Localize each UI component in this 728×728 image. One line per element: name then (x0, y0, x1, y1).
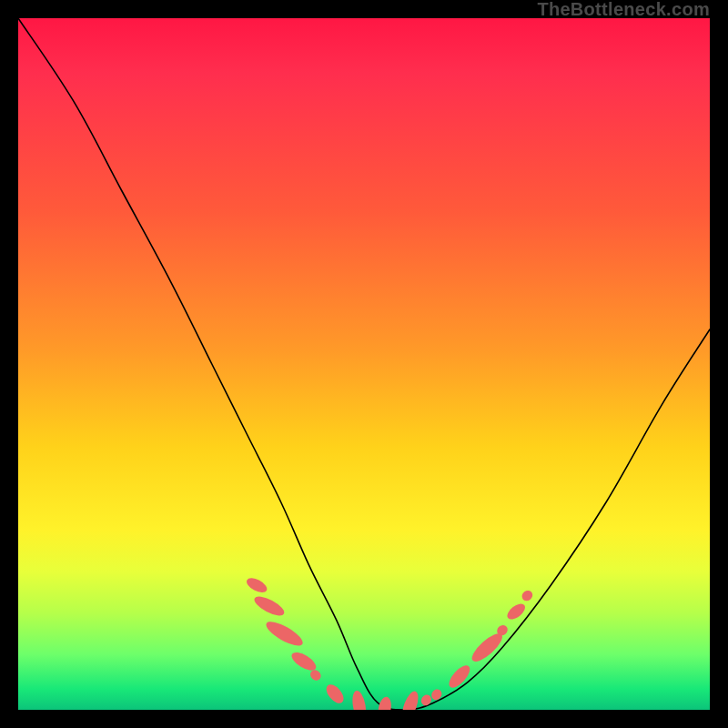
curve-marker (520, 589, 534, 603)
curve-marker (350, 690, 368, 710)
curve-marker (446, 662, 473, 692)
outer-frame: TheBottleneck.com (0, 0, 728, 728)
curve-marker (495, 623, 510, 638)
curve-marker (288, 649, 318, 674)
curve-marker (399, 689, 421, 710)
chart-svg (18, 18, 710, 710)
curve-marker (377, 696, 393, 710)
curve-marker (504, 601, 527, 622)
curve-marker (323, 682, 347, 706)
curve-marker (308, 668, 323, 682)
curve-marker-group (245, 575, 535, 710)
curve-marker (468, 630, 506, 666)
bottleneck-curve (18, 18, 710, 710)
watermark-text: TheBottleneck.com (537, 0, 710, 18)
chart-plot-area (18, 18, 710, 710)
curve-marker (252, 592, 288, 619)
curve-marker (430, 687, 444, 702)
curve-marker (420, 693, 433, 707)
curve-marker (263, 617, 306, 650)
curve-marker (245, 575, 269, 595)
